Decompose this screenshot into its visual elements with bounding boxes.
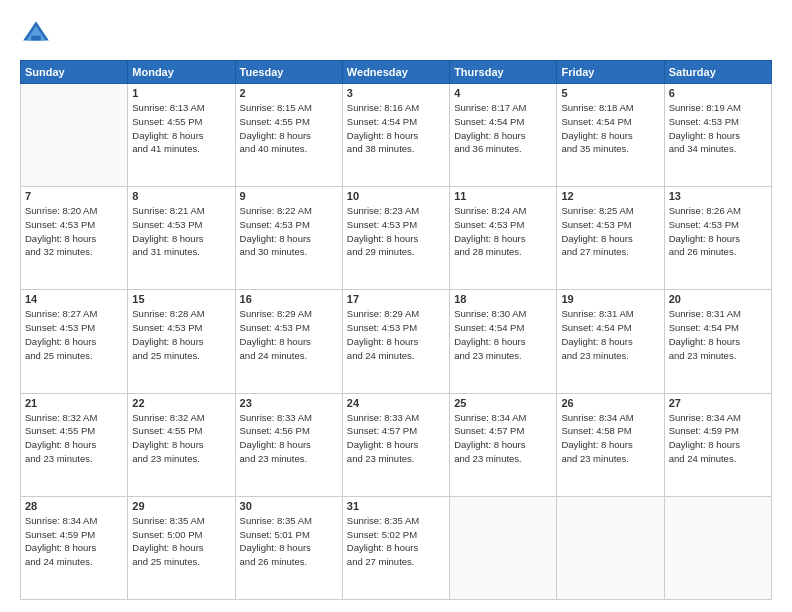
calendar-cell: 27Sunrise: 8:34 AMSunset: 4:59 PMDayligh… (664, 393, 771, 496)
calendar-week-3: 14Sunrise: 8:27 AMSunset: 4:53 PMDayligh… (21, 290, 772, 393)
daylight-text-2: and 23 minutes. (240, 452, 338, 466)
sunrise-text: Sunrise: 8:35 AM (347, 514, 445, 528)
calendar-cell: 19Sunrise: 8:31 AMSunset: 4:54 PMDayligh… (557, 290, 664, 393)
day-number: 8 (132, 190, 230, 202)
calendar-cell: 25Sunrise: 8:34 AMSunset: 4:57 PMDayligh… (450, 393, 557, 496)
daylight-text: Daylight: 8 hours (240, 335, 338, 349)
daylight-text: Daylight: 8 hours (25, 232, 123, 246)
calendar-cell (664, 496, 771, 599)
cell-content: Sunrise: 8:17 AMSunset: 4:54 PMDaylight:… (454, 101, 552, 156)
sunrise-text: Sunrise: 8:30 AM (454, 307, 552, 321)
cell-content: Sunrise: 8:20 AMSunset: 4:53 PMDaylight:… (25, 204, 123, 259)
daylight-text-2: and 23 minutes. (561, 452, 659, 466)
sunset-text: Sunset: 4:53 PM (25, 218, 123, 232)
calendar-cell: 11Sunrise: 8:24 AMSunset: 4:53 PMDayligh… (450, 187, 557, 290)
daylight-text-2: and 38 minutes. (347, 142, 445, 156)
sunrise-text: Sunrise: 8:24 AM (454, 204, 552, 218)
calendar-cell: 26Sunrise: 8:34 AMSunset: 4:58 PMDayligh… (557, 393, 664, 496)
daylight-text-2: and 41 minutes. (132, 142, 230, 156)
daylight-text-2: and 25 minutes. (25, 349, 123, 363)
sunrise-text: Sunrise: 8:35 AM (240, 514, 338, 528)
day-number: 1 (132, 87, 230, 99)
daylight-text: Daylight: 8 hours (240, 438, 338, 452)
cell-content: Sunrise: 8:28 AMSunset: 4:53 PMDaylight:… (132, 307, 230, 362)
day-number: 17 (347, 293, 445, 305)
calendar-week-4: 21Sunrise: 8:32 AMSunset: 4:55 PMDayligh… (21, 393, 772, 496)
sunrise-text: Sunrise: 8:33 AM (240, 411, 338, 425)
daylight-text-2: and 24 minutes. (669, 452, 767, 466)
daylight-text-2: and 29 minutes. (347, 245, 445, 259)
calendar-cell: 10Sunrise: 8:23 AMSunset: 4:53 PMDayligh… (342, 187, 449, 290)
daylight-text-2: and 31 minutes. (132, 245, 230, 259)
day-number: 22 (132, 397, 230, 409)
day-number: 25 (454, 397, 552, 409)
sunset-text: Sunset: 4:55 PM (132, 424, 230, 438)
daylight-text-2: and 27 minutes. (561, 245, 659, 259)
cell-content: Sunrise: 8:32 AMSunset: 4:55 PMDaylight:… (25, 411, 123, 466)
sunset-text: Sunset: 4:53 PM (669, 218, 767, 232)
day-number: 18 (454, 293, 552, 305)
calendar-cell: 13Sunrise: 8:26 AMSunset: 4:53 PMDayligh… (664, 187, 771, 290)
sunrise-text: Sunrise: 8:34 AM (669, 411, 767, 425)
cell-content: Sunrise: 8:22 AMSunset: 4:53 PMDaylight:… (240, 204, 338, 259)
day-number: 21 (25, 397, 123, 409)
cell-content: Sunrise: 8:31 AMSunset: 4:54 PMDaylight:… (561, 307, 659, 362)
day-number: 20 (669, 293, 767, 305)
sunset-text: Sunset: 4:53 PM (25, 321, 123, 335)
daylight-text: Daylight: 8 hours (25, 438, 123, 452)
day-number: 10 (347, 190, 445, 202)
sunset-text: Sunset: 4:53 PM (132, 321, 230, 335)
calendar-week-5: 28Sunrise: 8:34 AMSunset: 4:59 PMDayligh… (21, 496, 772, 599)
calendar-cell: 30Sunrise: 8:35 AMSunset: 5:01 PMDayligh… (235, 496, 342, 599)
sunrise-text: Sunrise: 8:33 AM (347, 411, 445, 425)
sunrise-text: Sunrise: 8:26 AM (669, 204, 767, 218)
daylight-text: Daylight: 8 hours (132, 541, 230, 555)
day-number: 6 (669, 87, 767, 99)
sunrise-text: Sunrise: 8:32 AM (132, 411, 230, 425)
daylight-text: Daylight: 8 hours (669, 438, 767, 452)
cell-content: Sunrise: 8:35 AMSunset: 5:00 PMDaylight:… (132, 514, 230, 569)
day-number: 29 (132, 500, 230, 512)
cell-content: Sunrise: 8:35 AMSunset: 5:02 PMDaylight:… (347, 514, 445, 569)
daylight-text-2: and 30 minutes. (240, 245, 338, 259)
sunset-text: Sunset: 4:54 PM (454, 115, 552, 129)
day-number: 7 (25, 190, 123, 202)
calendar-cell (557, 496, 664, 599)
sunrise-text: Sunrise: 8:29 AM (240, 307, 338, 321)
daylight-text-2: and 32 minutes. (25, 245, 123, 259)
day-number: 9 (240, 190, 338, 202)
sunset-text: Sunset: 4:54 PM (454, 321, 552, 335)
sunrise-text: Sunrise: 8:15 AM (240, 101, 338, 115)
cell-content: Sunrise: 8:27 AMSunset: 4:53 PMDaylight:… (25, 307, 123, 362)
sunrise-text: Sunrise: 8:34 AM (25, 514, 123, 528)
calendar-cell: 20Sunrise: 8:31 AMSunset: 4:54 PMDayligh… (664, 290, 771, 393)
daylight-text: Daylight: 8 hours (240, 232, 338, 246)
sunset-text: Sunset: 5:00 PM (132, 528, 230, 542)
calendar-cell: 21Sunrise: 8:32 AMSunset: 4:55 PMDayligh… (21, 393, 128, 496)
day-number: 26 (561, 397, 659, 409)
sunset-text: Sunset: 4:53 PM (240, 218, 338, 232)
day-number: 15 (132, 293, 230, 305)
sunset-text: Sunset: 4:59 PM (25, 528, 123, 542)
sunrise-text: Sunrise: 8:21 AM (132, 204, 230, 218)
daylight-text-2: and 36 minutes. (454, 142, 552, 156)
daylight-text: Daylight: 8 hours (347, 129, 445, 143)
day-number: 19 (561, 293, 659, 305)
day-number: 27 (669, 397, 767, 409)
daylight-text-2: and 40 minutes. (240, 142, 338, 156)
cell-content: Sunrise: 8:34 AMSunset: 4:59 PMDaylight:… (669, 411, 767, 466)
sunrise-text: Sunrise: 8:20 AM (25, 204, 123, 218)
daylight-text: Daylight: 8 hours (347, 438, 445, 452)
sunrise-text: Sunrise: 8:19 AM (669, 101, 767, 115)
sunrise-text: Sunrise: 8:31 AM (561, 307, 659, 321)
weekday-header-saturday: Saturday (664, 61, 771, 84)
daylight-text: Daylight: 8 hours (25, 541, 123, 555)
daylight-text: Daylight: 8 hours (561, 438, 659, 452)
cell-content: Sunrise: 8:31 AMSunset: 4:54 PMDaylight:… (669, 307, 767, 362)
logo (20, 18, 56, 50)
cell-content: Sunrise: 8:19 AMSunset: 4:53 PMDaylight:… (669, 101, 767, 156)
day-number: 11 (454, 190, 552, 202)
daylight-text-2: and 25 minutes. (132, 349, 230, 363)
calendar-cell: 24Sunrise: 8:33 AMSunset: 4:57 PMDayligh… (342, 393, 449, 496)
cell-content: Sunrise: 8:18 AMSunset: 4:54 PMDaylight:… (561, 101, 659, 156)
